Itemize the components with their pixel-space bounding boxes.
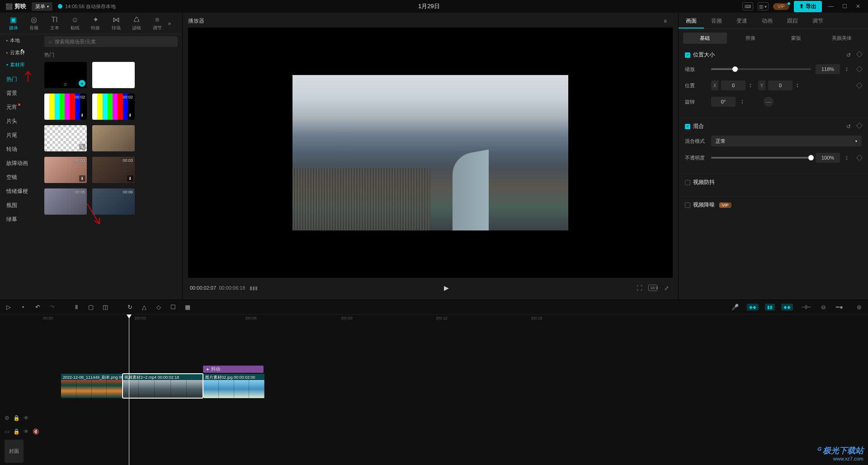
eye-icon[interactable]: 👁 xyxy=(24,415,29,421)
eye-icon[interactable]: 👁 xyxy=(24,428,29,435)
lock-icon[interactable]: 🔒 xyxy=(13,415,20,421)
scale-input[interactable]: 118% xyxy=(816,64,840,74)
thumb-woman[interactable]: 00:03⬇ xyxy=(44,157,87,183)
minimize-button[interactable]: — xyxy=(826,3,835,9)
tab-text[interactable]: TI文本 xyxy=(45,14,64,33)
download-icon[interactable]: ⬇ xyxy=(79,175,85,182)
mirror-tool[interactable]: △ xyxy=(140,304,148,310)
subtab-basic[interactable]: 基础 xyxy=(683,33,727,44)
cat-hot[interactable]: 热门 xyxy=(6,75,33,83)
cat-outro[interactable]: 片尾 xyxy=(6,132,33,139)
stepper[interactable]: ▲▼ xyxy=(845,66,850,72)
stepper[interactable]: ▲▼ xyxy=(749,83,754,88)
mute-icon[interactable]: 🔇 xyxy=(33,428,39,435)
vip-badge[interactable]: VIP xyxy=(773,3,789,10)
keyframe-icon[interactable] xyxy=(856,155,863,161)
crop-tool[interactable]: ◫ xyxy=(101,304,109,310)
tab-media[interactable]: ▣媒体 xyxy=(4,14,23,33)
zoom-slider[interactable]: ━● xyxy=(834,303,840,311)
clip-1[interactable]: 2022-12-08_111449_副本.png 00:0 xyxy=(61,374,122,398)
track-head-video[interactable]: ▭ 🔒 👁 🔇 xyxy=(0,425,43,438)
subtab-cutout[interactable]: 抠像 xyxy=(729,33,773,44)
subtab-beauty[interactable]: 美颜美体 xyxy=(820,33,863,44)
layout-icon[interactable]: ▥ ▾ xyxy=(758,2,769,10)
tab-adjust[interactable]: ≡调节 xyxy=(147,14,167,33)
cat-empty[interactable]: 空镜 xyxy=(6,174,33,181)
check-icon[interactable] xyxy=(685,202,690,208)
align-icon[interactable]: ⊣⊢ xyxy=(799,303,813,311)
cat-mood[interactable]: 情绪爆梗 xyxy=(6,188,33,195)
stepper[interactable]: ▲▼ xyxy=(845,155,850,160)
check-icon[interactable] xyxy=(685,180,690,185)
zoom-fit-icon[interactable]: ⛶ xyxy=(635,285,644,291)
columns-icon[interactable]: ▮▮▮ xyxy=(250,285,258,291)
flip-button[interactable]: — xyxy=(764,97,774,107)
keyframe-icon[interactable] xyxy=(856,66,863,72)
thumb-laugh[interactable]: 00:03⬇ xyxy=(92,157,135,183)
effect-clip[interactable]: ✦ 抖动 xyxy=(203,366,264,373)
cover-button[interactable]: 封面 xyxy=(5,440,24,463)
aspect-ratio-icon[interactable]: 16:9 xyxy=(648,285,657,291)
thumb-black[interactable]: ☆ + xyxy=(44,62,87,88)
search-box[interactable]: ⌕ xyxy=(44,36,178,47)
download-icon[interactable]: ⬇ xyxy=(79,144,85,150)
thumb-bars1[interactable]: 00:02⬇ xyxy=(44,94,87,120)
subtab-mask[interactable]: 蒙版 xyxy=(774,33,818,44)
timeline-ruler[interactable]: 00:00 |00:03 |00:06 |00:09 |00:12 |00:15 xyxy=(43,315,868,323)
flip-tool[interactable]: ◇ xyxy=(155,304,163,310)
snap1-icon[interactable]: ◆◆ xyxy=(747,304,759,310)
thumb-group[interactable]: 00:05 xyxy=(44,188,87,215)
redo-button[interactable]: ↷ xyxy=(48,304,56,310)
preview-menu-icon[interactable]: ≡ xyxy=(664,18,673,24)
play-button[interactable]: ▶ xyxy=(444,284,449,291)
menu-button[interactable]: 菜单 ▾ xyxy=(32,2,52,11)
add-icon[interactable]: + xyxy=(79,80,85,87)
download-icon[interactable]: ⬇ xyxy=(127,175,133,182)
cat-transition[interactable]: 转场 xyxy=(6,146,33,153)
opacity-slider[interactable] xyxy=(711,157,811,159)
rotate-tool[interactable]: ↻ xyxy=(126,304,134,310)
settings-icon[interactable]: ⚙ xyxy=(5,415,9,421)
blend-mode-select[interactable]: 正常▾ xyxy=(711,136,862,146)
keyframe-icon[interactable] xyxy=(856,51,863,57)
tab-effect[interactable]: ✦特效 xyxy=(86,14,105,33)
ai-tool[interactable]: ▦ xyxy=(184,304,192,310)
export-button[interactable]: ⬆ 导出 xyxy=(794,1,822,12)
keyboard-icon[interactable]: ⌨ xyxy=(742,2,753,10)
tab-sticker[interactable]: ☺贴纸 xyxy=(65,14,85,33)
ptab-track[interactable]: 跟踪 xyxy=(780,13,805,28)
crop2-tool[interactable]: ☐ xyxy=(169,304,177,310)
close-button[interactable]: ✕ xyxy=(854,3,863,9)
pointer-tool[interactable]: ▷ xyxy=(5,304,13,310)
thumb-bars2[interactable]: 00:02⬇ xyxy=(92,94,135,120)
clip-2[interactable]: 视频素材2~2.mp4 00:00:02:18 xyxy=(123,374,203,398)
check-icon[interactable]: ✓ xyxy=(685,124,690,129)
cat-intro[interactable]: 片头 xyxy=(6,117,33,125)
zoom-out-icon[interactable]: ⊖ xyxy=(819,303,828,311)
thumb-clip[interactable]: 00:06 xyxy=(92,188,135,215)
pos-y-input[interactable]: 0 xyxy=(768,80,793,90)
keyframe-icon[interactable] xyxy=(856,82,863,89)
zoom-in-icon[interactable]: ⊚ xyxy=(855,303,863,311)
cat-element[interactable]: 元宵 xyxy=(6,103,33,111)
playhead[interactable] xyxy=(129,315,129,465)
track-head-effect[interactable]: ⚙ 🔒 👁 xyxy=(0,412,43,424)
scale-slider[interactable] xyxy=(711,68,811,70)
video-icon[interactable]: ▭ xyxy=(5,428,9,435)
ptab-audio[interactable]: 音频 xyxy=(704,13,729,28)
maximize-button[interactable]: ☐ xyxy=(840,3,849,9)
pointer-drop-icon[interactable]: ▾ xyxy=(19,305,27,309)
pos-x-input[interactable]: 0 xyxy=(721,80,745,90)
clip-3[interactable]: 图片素材02.jpg 00:00:02:00 xyxy=(203,374,264,398)
cat-greenscreen[interactable]: 绿幕 xyxy=(6,216,33,223)
thumb-man[interactable] xyxy=(92,125,135,151)
tabs-expand-icon[interactable]: » xyxy=(168,20,179,27)
reset-icon[interactable]: ↺ xyxy=(846,123,851,130)
snap3-icon[interactable]: ◆◆ xyxy=(781,304,793,310)
cat-background[interactable]: 背景 xyxy=(6,89,33,97)
cat-glitch[interactable]: 故障动画 xyxy=(6,160,33,167)
split-tool[interactable]: Ⅱ xyxy=(72,304,80,310)
side-local[interactable]: ▸本地 xyxy=(0,34,40,47)
tab-transition[interactable]: ⋈转场 xyxy=(106,14,126,33)
download-icon[interactable]: ⬇ xyxy=(79,112,85,118)
